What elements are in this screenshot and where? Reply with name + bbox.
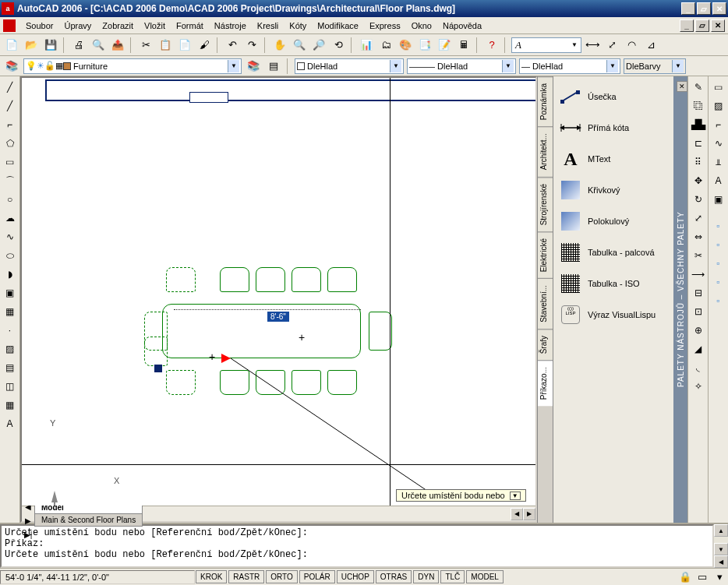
close-button[interactable]: ✕ (712, 2, 726, 15)
erase-tool[interactable]: ✎ (690, 79, 707, 96)
mtext-tool[interactable]: A (2, 415, 19, 432)
workspace4-tool[interactable]: ▫ (710, 273, 727, 291)
menu-zobrazit[interactable]: Zobrazit (97, 19, 139, 32)
zoom-rt-button[interactable]: 🔍 (291, 37, 308, 54)
gradient-tool[interactable]: ▤ (2, 359, 19, 376)
palette-item[interactable]: Úsečka (553, 81, 673, 112)
menu-formát[interactable]: Formát (171, 19, 209, 32)
menu-kóty[interactable]: Kóty (284, 19, 312, 32)
palette-item[interactable]: Křivkový (553, 174, 673, 206)
palette-close-button[interactable]: ✕ (677, 81, 687, 92)
revcloud-tool[interactable]: ☁ (2, 210, 19, 227)
toolpalettes-button[interactable]: 🎨 (397, 37, 414, 54)
properties-button[interactable]: 📊 (358, 37, 375, 54)
hatch-edit-tool[interactable]: ▨ (710, 97, 727, 115)
status-toggle-polár[interactable]: POLÁR (299, 570, 335, 583)
undo-button[interactable]: ↶ (224, 37, 241, 54)
cmd-scroll-left[interactable]: ◀ (714, 555, 728, 568)
mirror-tool[interactable]: ▟▙ (690, 116, 707, 133)
offset-tool[interactable]: ⊏ (690, 135, 707, 152)
move-tool[interactable]: ✥ (690, 172, 707, 189)
palette-tab[interactable]: Strojírenské (538, 177, 553, 231)
copy-tool[interactable]: ⿻ (690, 97, 707, 115)
palette-tab[interactable]: Architekt... (538, 126, 553, 176)
rectangle-tool[interactable]: ▭ (2, 153, 19, 171)
status-icon-2[interactable]: ▭ (694, 569, 711, 586)
menu-kresli[interactable]: Kresli (252, 19, 284, 32)
palette-tab[interactable]: Stavební... (538, 278, 553, 329)
scale-tool[interactable]: ⤢ (690, 210, 707, 227)
minimize-button[interactable]: _ (681, 2, 695, 15)
copy-button[interactable]: 📋 (157, 37, 174, 54)
break-tool[interactable]: ⊡ (690, 303, 707, 320)
pan-button[interactable]: ✋ (271, 37, 288, 54)
designcenter-button[interactable]: 🗂 (377, 37, 394, 54)
table-tool[interactable]: ▦ (2, 396, 19, 414)
command-text[interactable]: Určete umístění bodu nebo [Referenční bo… (0, 524, 714, 568)
draworder-tool[interactable]: ▭ (710, 79, 727, 96)
status-toggle-orto[interactable]: ORTO (266, 570, 298, 583)
mdi-minimize-button[interactable]: _ (680, 19, 694, 32)
status-toggle-otras[interactable]: OTRAS (376, 570, 412, 583)
palette-item[interactable]: (())LISPVýraz VisualLispu (553, 299, 673, 330)
mdi-close-button[interactable]: ✕ (711, 19, 725, 32)
workspace1-tool[interactable]: ▫ (710, 217, 727, 234)
menu-soubor[interactable]: Soubor (20, 19, 58, 32)
publish-button[interactable]: 📤 (109, 37, 126, 54)
help-button[interactable]: ? (483, 37, 500, 54)
circle-tool[interactable]: ○ (2, 191, 19, 208)
workspace2-tool[interactable]: ▫ (710, 236, 727, 253)
dim-tool-2[interactable]: ⤢ (603, 37, 620, 54)
restore-button[interactable]: ▱ (697, 2, 711, 15)
palette-titlebar[interactable]: PALETY NÁSTROJŮ – VŠECHNY PALETY (673, 76, 687, 523)
tab-nav-button[interactable]: ▶ (22, 514, 34, 528)
array-tool[interactable]: ⠿ (690, 153, 707, 171)
plotstyle-combo[interactable]: DleBarvy ▼ (624, 58, 686, 74)
cut-button[interactable]: ✂ (137, 37, 154, 54)
pedit-tool[interactable]: ⌐ (710, 116, 727, 133)
plot-button[interactable]: 🖨 (70, 37, 87, 54)
menu-modifikace[interactable]: Modifikace (312, 19, 364, 32)
dim-tool-4[interactable]: ⊿ (642, 37, 659, 54)
trim-tool[interactable]: ✂ (690, 247, 707, 264)
preview-button[interactable]: 🔍 (90, 37, 107, 54)
status-toggle-uchop[interactable]: UCHOP (337, 570, 374, 583)
stretch-tool[interactable]: ⇔ (690, 228, 707, 245)
menu-okno[interactable]: Okno (406, 19, 437, 32)
down-arrow-icon[interactable]: ▼ (510, 492, 521, 500)
layer-previous-button[interactable]: 📚 (245, 58, 262, 75)
explode-tool[interactable]: ✧ (690, 378, 707, 395)
matchprop-button[interactable]: 🖌 (196, 37, 213, 54)
zoom-prev-button[interactable]: ⟲ (330, 37, 347, 54)
menu-express[interactable]: Express (364, 19, 406, 32)
markup-button[interactable]: 📝 (436, 37, 453, 54)
ellipse-tool[interactable]: ⬭ (2, 247, 19, 264)
dim-tool-1[interactable]: ⟷ (584, 37, 601, 54)
status-toggle-rastr[interactable]: RASTR (228, 570, 264, 583)
tab-nav-button[interactable]: ▶| (22, 528, 34, 542)
join-tool[interactable]: ⊕ (690, 322, 707, 339)
cmd-scroll-up[interactable]: ▲ (714, 524, 728, 537)
layout-tab[interactable]: Main & Second Floor Plans (34, 514, 143, 527)
drawing-canvas[interactable]: 8'-6" + + (22, 78, 535, 506)
dim-tool-3[interactable]: ◠ (623, 37, 640, 54)
xline-tool[interactable]: ╱ (2, 97, 19, 115)
paste-button[interactable]: 📄 (176, 37, 193, 54)
workspace5-tool[interactable]: ▫ (710, 292, 727, 309)
open-button[interactable]: 📂 (23, 37, 40, 54)
status-toggle-model[interactable]: MODEL (466, 570, 504, 583)
point-tool[interactable]: · (2, 322, 19, 339)
workspace3-tool[interactable]: ▫ (710, 255, 727, 272)
mdi-restore-button[interactable]: ▱ (695, 19, 709, 32)
spline-edit-tool[interactable]: ∿ (710, 135, 727, 152)
fillet-tool[interactable]: ◟ (690, 359, 707, 376)
status-toggle-dyn[interactable]: DYN (413, 570, 439, 583)
text-style-combo[interactable]: A ▼ (511, 37, 581, 53)
arc-tool[interactable]: ⌒ (2, 172, 19, 189)
linetype-combo[interactable]: ——— DleHlad ▼ (407, 58, 516, 74)
polygon-tool[interactable]: ⬠ (2, 135, 19, 152)
hatch-tool[interactable]: ▨ (2, 340, 19, 358)
mline-edit-tool[interactable]: ⫫ (710, 153, 727, 171)
extend-tool[interactable]: ⟶ (690, 266, 707, 283)
cmd-scroll-down[interactable]: ▼ (714, 543, 728, 555)
